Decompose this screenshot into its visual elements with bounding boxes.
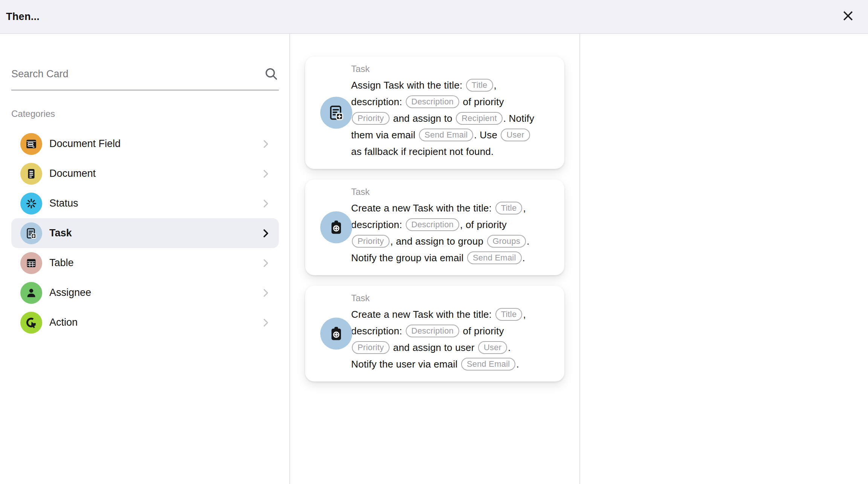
card-text: . [516,358,519,370]
sidebar-item-table[interactable]: Table [11,248,279,278]
clipboard-add-icon [320,318,352,350]
category-label: Table [49,257,74,269]
card-text: and assign to user [390,342,477,353]
sidebar-item-assignee[interactable]: Assignee [11,278,279,308]
card-text: Notify the group via email [351,252,466,263]
card-category-label: Task [351,186,552,198]
pill-priority: Priority [352,235,390,248]
status-icon [20,193,42,214]
card-text-line: Priority and assign to user User. [351,339,552,356]
pill-title: Title [495,308,523,321]
categories-heading: Categories [11,109,279,119]
card-category-label: Task [351,63,552,75]
category-list: Document FieldDocumentStatusTaskTableAss… [11,129,279,337]
category-label: Document [49,168,96,179]
chevron-right-icon [260,287,271,299]
detail-pane-empty [580,34,868,484]
close-button[interactable] [839,8,857,25]
card-text: , [523,202,526,214]
task-card[interactable]: TaskCreate a new Task with the title: Ti… [305,286,564,381]
card-text: and assign to [390,113,455,124]
sidebar-item-document[interactable]: Document [11,159,279,188]
category-label: Document Field [49,138,121,150]
close-icon [842,9,854,24]
task-icon [320,97,352,129]
chevron-right-icon [260,168,271,179]
chevron-right-icon [260,198,271,209]
assignee-icon [20,282,42,304]
task-icon [20,222,42,244]
card-text: them via email [351,129,418,141]
card-category-label: Task [351,293,552,304]
pill-user: User [501,129,530,141]
document-icon [20,163,42,185]
modal-body: Categories Document FieldDocumentStatusT… [0,34,868,484]
card-text: of priority [460,325,504,337]
card-text: description: [351,219,405,230]
pill-description: Description [406,325,459,337]
chevron-right-icon [260,138,271,150]
card-text-line: Priority and assign to Recipient. Notify [351,110,552,127]
card-text: , [523,309,526,320]
chevron-right-icon [260,228,271,239]
card-text: , [494,80,497,91]
card-text-line: Create a new Task with the title: Title, [351,306,552,323]
search-icon[interactable] [264,66,279,81]
pill-priority: Priority [352,341,390,354]
card-text: . [523,252,525,263]
card-text: of priority [460,96,504,107]
card-text-line: Create a new Task with the title: Title, [351,200,552,216]
card-text-line: as fallback if recipient not found. [351,143,552,160]
sidebar-item-task[interactable]: Task [11,218,279,248]
card-text: Assign Task with the title: [351,80,465,91]
card-text: . [508,342,510,353]
category-label: Action [49,317,78,328]
pill-send-email: Send Email [461,358,516,371]
card-text: Notify the user via email [351,358,460,370]
sidebar-item-action[interactable]: Action [11,308,279,337]
card-text: description: [351,325,405,337]
task-card[interactable]: TaskCreate a new Task with the title: Ti… [305,179,564,275]
pill-send-email: Send Email [467,251,522,264]
chevron-right-icon [260,257,271,269]
pill-title: Title [466,79,493,92]
card-text-line: description: Description of priority [351,323,552,339]
sidebar-item-document-field[interactable]: Document Field [11,129,279,159]
card-text: , and assign to group [390,236,486,247]
pill-description: Description [406,95,459,108]
category-label: Assignee [49,287,91,299]
card-text: Create a new Task with the title: [351,309,495,320]
card-text: . Use [474,129,500,141]
clipboard-add-icon [320,211,352,244]
card-text: description: [351,96,405,107]
pill-priority: Priority [352,112,390,125]
document-field-icon [20,133,42,155]
search-input[interactable] [11,68,264,80]
card-list: TaskAssign Task with the title: Title,de… [305,57,564,381]
pill-groups: Groups [487,235,526,248]
search-field [11,58,279,90]
then-modal: Then... Categories Document Field [0,0,868,484]
table-icon [20,252,42,274]
card-text: , of priority [460,219,507,230]
chevron-right-icon [260,317,271,328]
card-text: as fallback if recipient not found. [351,146,494,157]
modal-title: Then... [6,11,40,23]
sidebar-item-status[interactable]: Status [11,188,279,218]
card-text-line: Notify the group via email Send Email. [351,250,552,266]
task-card[interactable]: TaskAssign Task with the title: Title,de… [305,57,564,169]
card-text-line: them via email Send Email. Use User [351,127,552,143]
card-text: . [527,236,529,247]
pill-send-email: Send Email [419,129,474,141]
pill-title: Title [495,202,523,214]
action-icon [20,312,42,334]
card-text: Create a new Task with the title: [351,202,495,214]
pill-recipient: Recipient [456,112,503,125]
pill-description: Description [406,218,459,231]
card-text-line: Notify the user via email Send Email. [351,356,552,372]
card-results-panel: TaskAssign Task with the title: Title,de… [290,34,580,484]
category-sidebar: Categories Document FieldDocumentStatusT… [0,34,290,484]
card-text: . Notify [503,113,535,124]
category-label: Status [49,198,78,209]
card-text-line: Priority, and assign to group Groups. [351,233,552,250]
